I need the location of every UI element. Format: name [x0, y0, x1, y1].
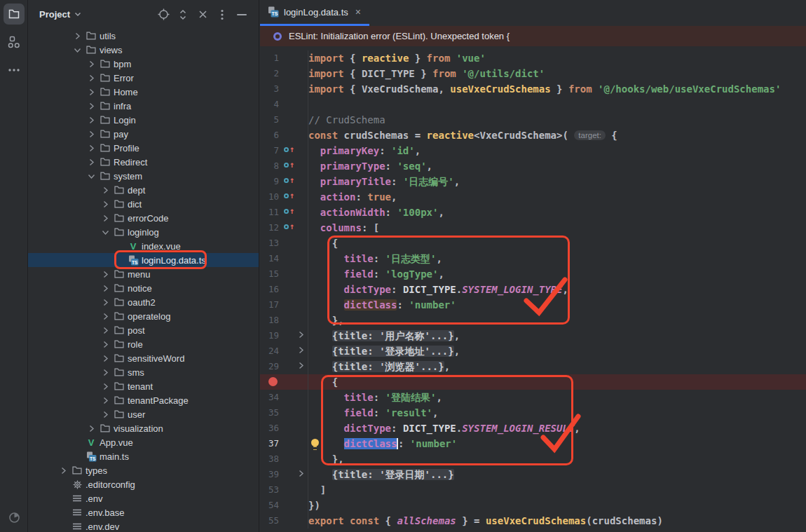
tree-item--editorconfig[interactable]: .editorconfig [28, 477, 259, 491]
structure-tool-button[interactable] [4, 32, 25, 53]
tree-item-tenantpackage[interactable]: tenantPackage [28, 393, 259, 407]
tree-item-app-vue[interactable]: VApp.vue [28, 435, 259, 449]
folder-icon [112, 409, 126, 420]
tree-item-pay[interactable]: pay [28, 127, 259, 141]
tree-item-main-ts[interactable]: TSmain.ts [28, 449, 259, 463]
tree-item-redirect[interactable]: Redirect [28, 155, 259, 169]
chevron-right-icon[interactable] [98, 407, 112, 421]
fold-arrow-icon[interactable] [297, 331, 305, 339]
tree-item-login[interactable]: Login [28, 113, 259, 127]
tree-item-loginlog[interactable]: loginlog [28, 225, 259, 239]
tree-item-loginlog-data-ts[interactable]: TSloginLog.data.ts [28, 253, 259, 267]
tree-item-types[interactable]: types [28, 463, 259, 477]
tree-item-errorcode[interactable]: errorCode [28, 211, 259, 225]
collapse-all-icon[interactable] [193, 6, 212, 23]
expand-collapse-icon[interactable] [173, 6, 193, 23]
chevron-right-icon[interactable] [98, 309, 112, 323]
code-text: field: 'result', [308, 405, 438, 421]
chevron-right-icon[interactable] [98, 351, 112, 365]
fold-arrow-icon[interactable] [297, 346, 305, 354]
progress-clock-icon[interactable] [8, 512, 20, 524]
tree-item--env-dev[interactable]: .env.dev [28, 519, 259, 532]
breakpoint-icon[interactable] [268, 377, 278, 386]
chevron-right-icon[interactable] [98, 197, 112, 211]
chevron-right-icon[interactable] [98, 323, 112, 337]
code-text: { [308, 236, 338, 251]
chevron-right-icon[interactable] [98, 211, 112, 225]
folder-icon [98, 142, 112, 154]
chevron-right-icon[interactable] [98, 267, 112, 281]
tree-item-post[interactable]: post [28, 323, 259, 337]
tree-item-role[interactable]: role [28, 337, 259, 351]
code-editor[interactable]: 1import { reactive } from 'vue'2import {… [260, 46, 806, 528]
chevron-right-icon[interactable] [84, 141, 98, 155]
code-text: primaryType: 'seq', [308, 158, 432, 174]
gutter [279, 50, 308, 66]
chevron-right-icon[interactable] [98, 365, 112, 379]
tree-item-profile[interactable]: Profile [28, 141, 259, 155]
tree-item-tenant[interactable]: tenant [28, 379, 259, 393]
tree-item-bpm[interactable]: bpm [28, 57, 259, 71]
chevron-right-icon[interactable] [84, 113, 98, 127]
more-options-icon[interactable] [212, 6, 232, 23]
locate-file-icon[interactable] [153, 6, 173, 23]
tree-item-infra[interactable]: infra [28, 99, 259, 113]
tree-item-index-vue[interactable]: Vindex.vue [28, 239, 259, 253]
tree-item-dict[interactable]: dict [28, 197, 259, 211]
close-tab-icon[interactable]: × [355, 7, 361, 17]
intention-bulb-icon[interactable] [311, 439, 319, 446]
project-tool-button[interactable] [4, 4, 25, 25]
gutter: ↑ [279, 220, 308, 236]
override-marker-icon[interactable]: ↑ [284, 223, 294, 231]
fold-arrow-icon[interactable] [297, 362, 305, 369]
tree-item-home[interactable]: Home [28, 85, 259, 99]
tree-item-label: types [86, 465, 107, 476]
chevron-right-icon[interactable] [84, 85, 98, 99]
tab-loginlog-data-ts[interactable]: TS loginLog.data.ts × [260, 0, 369, 26]
chevron-right-icon[interactable] [98, 281, 112, 295]
chevron-right-icon[interactable] [84, 71, 98, 85]
chevron-right-icon[interactable] [56, 463, 70, 477]
fold-arrow-icon[interactable] [297, 470, 305, 477]
chevron-right-icon[interactable] [98, 379, 112, 393]
tree-item-oauth2[interactable]: oauth2 [28, 295, 259, 309]
tree-item-error[interactable]: Error [28, 71, 259, 85]
override-marker-icon[interactable]: ↑ [284, 207, 294, 215]
more-tool-windows-button[interactable] [4, 60, 25, 81]
override-marker-icon[interactable]: ↑ [284, 192, 294, 200]
chevron-down-icon[interactable] [98, 225, 112, 239]
override-marker-icon[interactable]: ↑ [284, 161, 294, 169]
tree-item-utils[interactable]: utils [28, 29, 259, 43]
override-marker-icon[interactable]: ↑ [284, 146, 294, 154]
chevron-right-icon[interactable] [98, 393, 112, 407]
tree-item-sensitiveword[interactable]: sensitiveWord [28, 351, 259, 365]
tree-item-notice[interactable]: notice [28, 281, 259, 295]
chevron-right-icon[interactable] [98, 183, 112, 197]
chevron-right-icon[interactable] [98, 337, 112, 351]
code-line-14: 14 title: '日志类型', [260, 251, 806, 266]
tree-item-views[interactable]: views [28, 43, 259, 57]
tree-item-menu[interactable]: menu [28, 267, 259, 281]
tree-item-operatelog[interactable]: operatelog [28, 309, 259, 323]
chevron-right-icon[interactable] [84, 421, 98, 435]
chevron-right-icon[interactable] [84, 155, 98, 169]
chevron-right-icon[interactable] [70, 29, 84, 43]
tree-item-dept[interactable]: dept [28, 183, 259, 197]
code-line-13: 13 { [260, 236, 806, 251]
chevron-down-icon[interactable] [70, 43, 84, 57]
tree-item-system[interactable]: system [28, 169, 259, 183]
chevron-right-icon[interactable] [98, 295, 112, 309]
tree-item--env[interactable]: .env [28, 491, 259, 505]
tree-item--env-base[interactable]: .env.base [28, 505, 259, 519]
chevron-right-icon[interactable] [84, 127, 98, 141]
tree-item-sms[interactable]: sms [28, 365, 259, 379]
chevron-down-icon[interactable] [84, 169, 98, 183]
gutter [279, 66, 308, 81]
chevron-right-icon[interactable] [84, 99, 98, 113]
chevron-right-icon[interactable] [84, 57, 98, 71]
project-panel-title[interactable]: Project [39, 9, 70, 20]
tree-item-user[interactable]: user [28, 407, 259, 421]
tree-item-visualization[interactable]: visualization [28, 421, 259, 435]
override-marker-icon[interactable]: ↑ [284, 177, 294, 184]
hide-panel-icon[interactable] [232, 6, 252, 23]
